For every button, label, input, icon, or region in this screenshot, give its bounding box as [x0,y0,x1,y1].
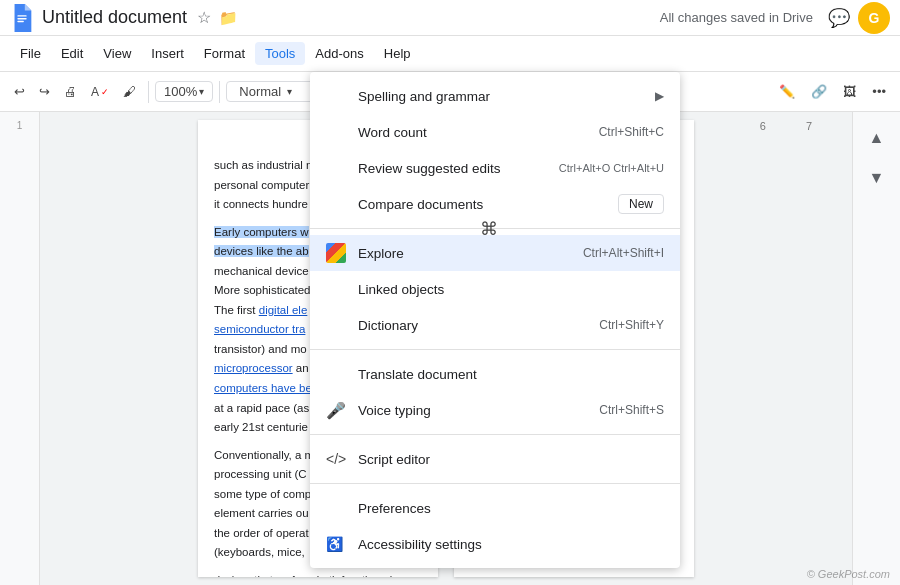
compare-label: Compare documents [358,197,610,212]
translate-label: Translate document [358,367,664,382]
spelling-label: Spelling and grammar [358,89,655,104]
new-badge: New [618,194,664,214]
menu-review-edits[interactable]: Review suggested edits Ctrl+Alt+O Ctrl+A… [310,150,680,186]
menu-dictionary[interactable]: Dictionary Ctrl+Shift+Y [310,307,680,343]
menu-script-editor[interactable]: </> Script editor [310,441,680,477]
menu-spelling-grammar[interactable]: Spelling and grammar ▶ [310,78,680,114]
dictionary-shortcut: Ctrl+Shift+Y [599,318,664,332]
menu-divider-3 [310,434,680,435]
dropdown-overlay[interactable]: Spelling and grammar ▶ Word count Ctrl+S… [0,0,900,585]
prefs-label: Preferences [358,501,664,516]
menu-accessibility[interactable]: ♿ Accessibility settings [310,526,680,562]
script-label: Script editor [358,452,664,467]
voice-shortcut: Ctrl+Shift+S [599,403,664,417]
wordcount-shortcut: Ctrl+Shift+C [599,125,664,139]
menu-divider-2 [310,349,680,350]
mic-icon: 🎤 [326,401,346,420]
dictionary-label: Dictionary [358,318,591,333]
accessibility-label: Accessibility settings [358,537,664,552]
menu-compare-docs[interactable]: Compare documents New [310,186,680,222]
menu-translate[interactable]: Translate document [310,356,680,392]
linked-label: Linked objects [358,282,664,297]
review-shortcut: Ctrl+Alt+O Ctrl+Alt+U [559,162,664,174]
explore-label: Explore [358,246,575,261]
arrow-icon: ▶ [655,89,664,103]
wordcount-label: Word count [358,125,591,140]
menu-word-count[interactable]: Word count Ctrl+Shift+C [310,114,680,150]
explore-icon [326,243,346,263]
code-icon: </> [326,451,346,467]
review-label: Review suggested edits [358,161,551,176]
accessibility-icon: ♿ [326,536,346,552]
menu-explore[interactable]: Explore Ctrl+Alt+Shift+I [310,235,680,271]
voice-label: Voice typing [358,403,591,418]
menu-linked-objects[interactable]: Linked objects [310,271,680,307]
cursor-pointer: ⌘ [480,218,498,240]
menu-divider-4 [310,483,680,484]
menu-voice-typing[interactable]: 🎤 Voice typing Ctrl+Shift+S [310,392,680,428]
explore-shortcut: Ctrl+Alt+Shift+I [583,246,664,260]
menu-preferences[interactable]: Preferences [310,490,680,526]
tools-dropdown-menu: Spelling and grammar ▶ Word count Ctrl+S… [310,72,680,568]
